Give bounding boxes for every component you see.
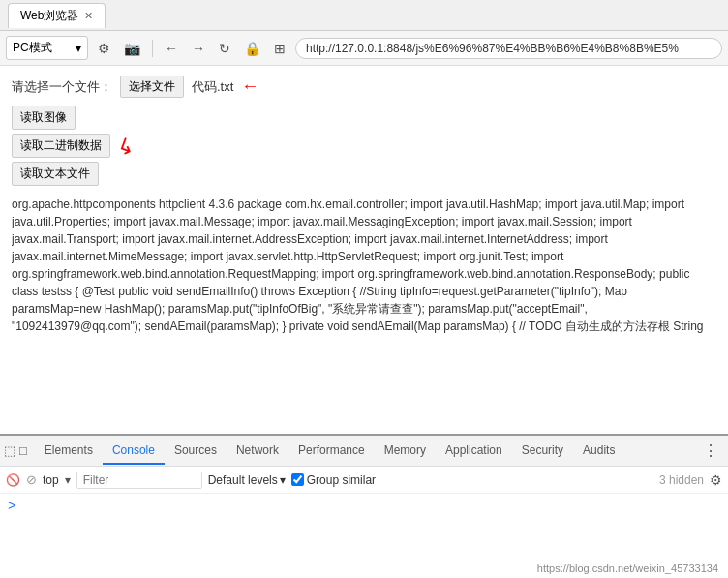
- tab-audits[interactable]: Audits: [573, 438, 624, 465]
- url-bar[interactable]: [295, 38, 722, 59]
- screenshot-icon[interactable]: 📷: [120, 39, 144, 58]
- console-context-select[interactable]: top: [43, 473, 59, 487]
- tab-close-icon[interactable]: ✕: [84, 10, 93, 22]
- back-icon[interactable]: ←: [161, 39, 182, 58]
- devtools-panel: ⬚ □ Elements Console Sources Network Per…: [0, 434, 728, 578]
- console-prompt[interactable]: >: [8, 498, 15, 513]
- file-label: 请选择一个文件：: [12, 78, 112, 96]
- tab-memory[interactable]: Memory: [375, 438, 436, 465]
- hidden-count: 3 hidden: [659, 473, 704, 487]
- tab-security[interactable]: Security: [512, 438, 573, 465]
- default-levels-dropdown[interactable]: Default levels ▾: [208, 473, 286, 487]
- code-display: org.apache.httpcomponents httpclient 4.3…: [12, 196, 716, 335]
- context-dropdown-icon[interactable]: ▾: [65, 473, 71, 487]
- lock-icon: 🔒: [240, 39, 264, 58]
- browser-toolbar: PC模式 ▾ ⚙ 📷 ← → ↻ 🔒 ⊞: [0, 31, 728, 66]
- refresh-icon[interactable]: ↻: [215, 39, 234, 58]
- mode-dropdown-icon: ▾: [76, 42, 81, 55]
- console-clear-icon[interactable]: 🚫: [6, 473, 20, 487]
- read-image-button[interactable]: 读取图像: [12, 106, 76, 130]
- tab-performance[interactable]: Performance: [288, 438, 375, 465]
- choose-file-button[interactable]: 选择文件: [120, 76, 184, 98]
- devtools-more-icon[interactable]: ⋮: [697, 441, 724, 460]
- file-row: 请选择一个文件： 选择文件 代码.txt ←: [12, 76, 716, 98]
- tab-console[interactable]: Console: [103, 438, 165, 465]
- default-levels-arrow: ▾: [280, 473, 286, 487]
- group-similar-check[interactable]: [291, 473, 304, 486]
- console-stop-icon[interactable]: ⊘: [26, 472, 37, 487]
- grid-icon[interactable]: ⊞: [270, 39, 289, 58]
- group-similar-label: Group similar: [307, 473, 376, 487]
- tab-elements[interactable]: Elements: [35, 438, 103, 465]
- devtools-header: ⬚ □ Elements Console Sources Network Per…: [0, 436, 728, 467]
- watermark: https://blog.csdn.net/weixin_45733134: [537, 563, 718, 574]
- read-binary-button[interactable]: 读取二进制数据: [12, 134, 110, 158]
- default-levels-label: Default levels: [208, 473, 278, 487]
- devtools-console-content: >: [0, 494, 728, 517]
- forward-icon[interactable]: →: [188, 39, 209, 58]
- mode-select[interactable]: PC模式 ▾: [6, 36, 88, 60]
- read-text-button[interactable]: 读取文本文件: [12, 162, 99, 186]
- page-content: 请选择一个文件： 选择文件 代码.txt ← 读取图像 读取二进制数据 读取文本…: [0, 66, 728, 434]
- file-name: 代码.txt: [192, 78, 233, 96]
- devtools-console-bar: 🚫 ⊘ top ▾ Default levels ▾ Group similar…: [0, 467, 728, 494]
- tab-application[interactable]: Application: [436, 438, 512, 465]
- tab-network[interactable]: Network: [227, 438, 288, 465]
- settings-icon[interactable]: ⚙: [94, 39, 114, 58]
- toolbar-separator: [152, 40, 153, 57]
- browser-titlebar: Web浏览器 ✕: [0, 0, 728, 31]
- tab-sources[interactable]: Sources: [165, 438, 227, 465]
- console-filter-input[interactable]: [76, 472, 202, 489]
- devtools-undock-icon[interactable]: ⬚: [4, 443, 15, 458]
- arrow-annotation-1: ←: [241, 76, 258, 97]
- devtools-dock-icon[interactable]: □: [19, 443, 27, 458]
- action-buttons: 读取图像 读取二进制数据 读取文本文件 ↰: [12, 106, 716, 186]
- console-settings-icon[interactable]: ⚙: [710, 472, 722, 488]
- tab-label: Web浏览器: [20, 8, 78, 24]
- mode-label: PC模式: [13, 40, 52, 56]
- browser-tab[interactable]: Web浏览器 ✕: [8, 3, 106, 28]
- arrow-annotation-2: ↰: [114, 131, 139, 161]
- group-similar-checkbox[interactable]: Group similar: [291, 473, 376, 487]
- devtools-resize-icons: ⬚ □: [4, 443, 27, 458]
